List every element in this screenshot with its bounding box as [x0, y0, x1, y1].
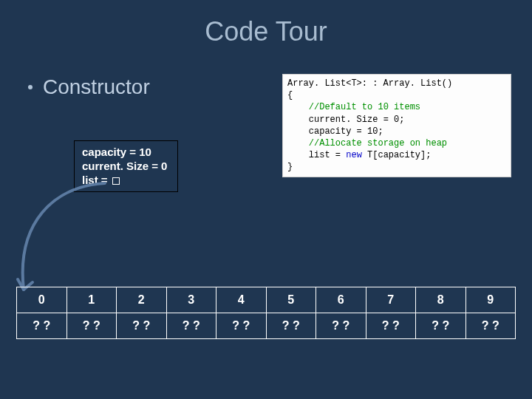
- array-value-cell: ? ?: [17, 313, 67, 339]
- array-index-cell: 6: [316, 287, 366, 313]
- array-value-cell: ? ?: [166, 313, 216, 339]
- slide-title: Code Tour: [0, 0, 532, 47]
- array-index-cell: 5: [266, 287, 316, 313]
- array-index-cell: 9: [466, 287, 516, 313]
- array-table: 0 1 2 3 4 5 6 7 8 9 ? ? ? ? ? ? ? ? ? ? …: [16, 287, 516, 339]
- array-index-cell: 7: [366, 287, 416, 313]
- array-value-cell: ? ?: [416, 313, 466, 339]
- code-line-2c: ;: [378, 126, 383, 137]
- pointer-arrow-icon: [9, 179, 142, 304]
- array-value-row: ? ? ? ? ? ? ? ? ? ? ? ? ? ? ? ? ? ? ? ?: [17, 313, 516, 339]
- array-index-cell: 8: [416, 287, 466, 313]
- code-comment-1: //Default to 10 items: [309, 102, 420, 112]
- array-index-cell: 0: [17, 287, 67, 313]
- state-box: capacity = 10 current. Size = 0 list =: [74, 140, 178, 192]
- bullet-dot-icon: [28, 85, 33, 89]
- state-line-list: list =: [82, 174, 167, 188]
- array-value-cell: ? ?: [466, 313, 516, 339]
- code-line-3a: list =: [309, 150, 346, 160]
- array-index-cell: 1: [66, 287, 117, 313]
- array-value-cell: ? ?: [216, 313, 267, 339]
- code-keyword-new: new: [346, 150, 362, 160]
- array-value-cell: ? ?: [66, 313, 117, 339]
- code-signature: Array. List<T>: : Array. List: [287, 78, 442, 89]
- code-brace-close: }: [287, 161, 506, 173]
- pointer-box-icon: [112, 177, 120, 185]
- code-line-1a: current. Size =: [309, 115, 394, 125]
- code-snippet: Array. List<T>: : Array. List() { //Defa…: [282, 74, 511, 177]
- code-signature-parens: (): [442, 78, 452, 89]
- array-value-cell: ? ?: [266, 313, 316, 339]
- array-index-row: 0 1 2 3 4 5 6 7 8 9: [17, 287, 516, 313]
- state-line-currentsize: current. Size = 0: [82, 160, 167, 174]
- code-brace-open: {: [287, 89, 506, 101]
- code-comment-2: //Allocate storage on heap: [309, 138, 447, 149]
- code-line-2a: capacity =: [309, 126, 367, 137]
- array-index-cell: 2: [117, 287, 167, 313]
- array-value-cell: ? ?: [117, 313, 167, 339]
- state-line-capacity: capacity = 10: [82, 146, 167, 160]
- array-value-cell: ? ?: [316, 313, 366, 339]
- array-index-cell: 4: [216, 287, 267, 313]
- code-line-3b: T[capacity];: [362, 150, 432, 160]
- code-line-1c: ;: [399, 115, 404, 125]
- bullet-text: Constructor: [43, 75, 150, 99]
- array-value-cell: ? ?: [366, 313, 416, 339]
- array-index-cell: 3: [166, 287, 216, 313]
- code-line-2b: 10: [367, 126, 378, 137]
- state-line-list-prefix: list =: [82, 174, 111, 186]
